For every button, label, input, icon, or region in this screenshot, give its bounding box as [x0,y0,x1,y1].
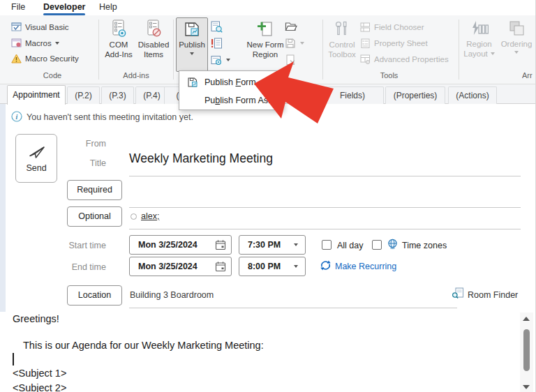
menu-item-publish-form[interactable]: Publish Form [179,73,283,91]
choose-form-button[interactable] [211,36,226,50]
new-form-region-button[interactable]: New Form Region [240,17,290,59]
visual-basic-button[interactable]: Visual Basic [11,22,68,32]
tab-p3[interactable]: (P.3) [101,86,134,104]
delete-form-icon [285,54,296,66]
tab-appointment[interactable]: Appointment [7,85,66,105]
location-input[interactable]: Building 3 Boardroom [130,290,214,300]
all-day-label: All day [337,241,364,250]
info-icon: i [11,111,22,122]
location-button[interactable]: Location [67,285,122,306]
com-addins-icon [110,20,127,38]
make-recurring-link[interactable]: Make Recurring [335,262,396,271]
ordering-icon [508,20,526,37]
room-finder-label: Room Finder [468,290,518,300]
chevron-down-icon [55,42,59,45]
end-time-dropdown[interactable]: 8:00 PM [239,257,306,276]
new-form-region-label: New Form [246,40,283,50]
send-button[interactable]: Send [15,134,57,183]
publish-button[interactable]: Publish [176,17,208,72]
field-chooser-button[interactable]: Field Chooser [360,22,424,32]
region-layout-icon [470,20,489,37]
scrollbar-thumb[interactable] [523,329,530,371]
time-zones-checkbox[interactable] [372,240,382,250]
menu-file[interactable]: File [11,2,25,12]
open-form-button[interactable] [285,20,300,33]
required-button[interactable]: Required [67,180,122,200]
macro-security-icon [11,54,22,63]
from-label: From [63,139,106,149]
start-date-picker[interactable]: Mon 3/25/2024 [129,235,232,255]
macro-security-button[interactable]: Macro Security [11,54,79,63]
optional-field-underline [129,229,521,229]
optional-button[interactable]: Optional [67,206,122,227]
tab-all-fields[interactable]: Fields) [321,86,384,104]
chevron-down-icon [226,59,230,61]
region-layout-label: Region [466,39,491,49]
open-folder-icon [285,21,297,32]
body-line: <Subject 2> [13,382,66,392]
scroll-down-icon[interactable] [523,385,530,389]
chevron-down-icon [300,42,304,45]
group-divider [322,20,323,80]
menu-help[interactable]: Help [99,2,117,12]
tab-p2[interactable]: (P.2) [67,86,100,104]
property-sheet-button[interactable]: Property Sheet [360,38,428,48]
save-form-button[interactable] [285,36,310,50]
advanced-properties-label: Advanced Properties [374,55,449,63]
delete-form-button[interactable] [285,53,300,67]
globe-icon [387,239,399,250]
design-form-icon [211,21,223,33]
ordering-button[interactable]: Ordering [500,17,533,54]
control-toolbox-label: Control [329,40,355,50]
message-body[interactable]: Greetings! This is our Agenda for our We… [0,312,520,392]
publish-icon [184,21,200,38]
control-toolbox-label2: Toolbox [328,50,356,59]
start-time-dropdown[interactable]: 7:30 PM [239,235,306,255]
ordering-label: Ordering [501,39,533,49]
location-field-underline [129,308,457,308]
body-line: This is our Agenda for our Weekly Market… [23,340,264,351]
chevron-down-icon [294,265,298,268]
com-addins-label: COM [110,40,128,50]
room-finder-button[interactable]: Room Finder [447,286,523,304]
text-cursor [13,353,14,365]
form-region-button[interactable] [211,53,234,67]
advanced-properties-button[interactable]: Advanced Properties [360,54,449,64]
tab-properties[interactable]: (Properties) [385,86,445,104]
field-chooser-icon [360,22,371,32]
scroll-up-icon[interactable] [523,317,530,321]
disabled-items-label2: Items [144,50,163,59]
body-scrollbar[interactable] [520,312,533,392]
region-layout-label2: Layout [463,49,488,59]
tab-actions[interactable]: (Actions) [448,86,497,104]
start-date-value: Mon 3/25/2024 [138,240,198,250]
infobar-message: You haven't sent this meeting invitation… [27,112,193,122]
disabled-items-button[interactable]: Disabled Items [137,17,170,59]
chevron-down-icon [294,243,298,246]
com-addins-button[interactable]: COM Add-Ins [102,17,135,59]
body-line: Greetings! [13,313,59,324]
all-day-checkbox[interactable] [322,240,332,250]
optional-recipient[interactable]: alex; [141,211,159,221]
end-date-picker[interactable]: Mon 3/25/2024 [129,257,232,276]
tab-p4[interactable]: (P.4) [135,86,168,104]
calendar-icon[interactable] [215,261,226,272]
menu-item-publish-form-as[interactable]: Publish Form As... [179,91,283,110]
title-input[interactable]: Weekly Marketing Meeting [129,151,273,166]
group-divider [173,20,174,80]
region-layout-button[interactable]: Region Layout [460,17,498,59]
macros-icon [11,38,22,48]
visual-basic-icon [11,22,22,32]
property-sheet-label: Property Sheet [374,39,428,47]
arrange-group-label: Arr [522,71,536,80]
control-toolbox-button[interactable]: Control Toolbox [325,17,359,59]
end-time-value: 8:00 PM [248,262,281,271]
disabled-items-icon [145,20,162,38]
calendar-icon[interactable] [215,239,226,250]
design-form-button[interactable] [211,20,226,33]
menu-developer[interactable]: Developer [43,2,85,12]
end-date-value: Mon 3/25/2024 [138,262,198,271]
publish-label: Publish [179,40,205,50]
macros-button[interactable]: Macros [11,38,59,48]
macros-label: Macros [25,39,52,47]
